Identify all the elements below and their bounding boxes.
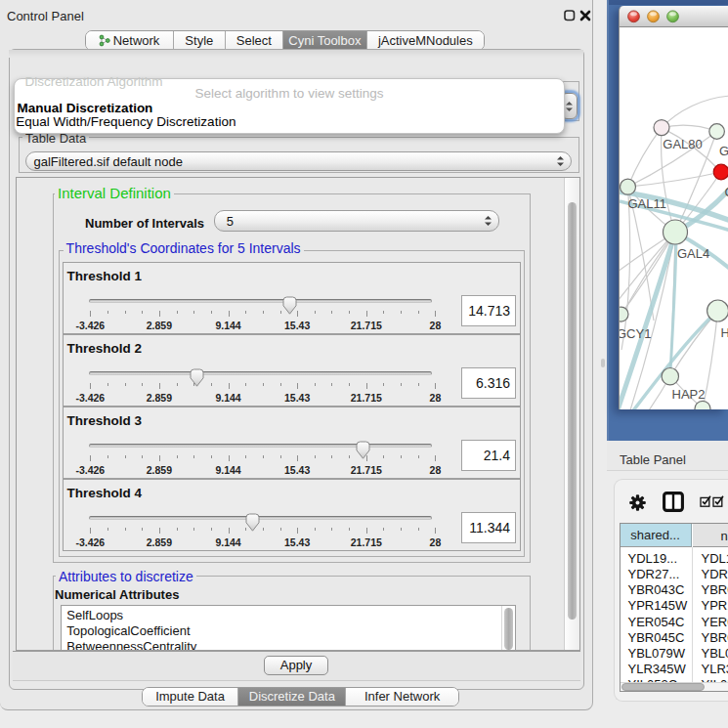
svg-text:GA: GA [719, 143, 728, 157]
svg-text:HAP2: HAP2 [672, 386, 706, 401]
svg-text:GAL11: GAL11 [628, 195, 667, 210]
svg-text:GAL4: GAL4 [677, 246, 709, 261]
svg-text:GAL80: GAL80 [663, 136, 702, 150]
svg-text:HA: HA [721, 325, 728, 340]
svg-text:CD: CD [725, 184, 728, 198]
svg-text:GCY1: GCY1 [620, 326, 651, 341]
